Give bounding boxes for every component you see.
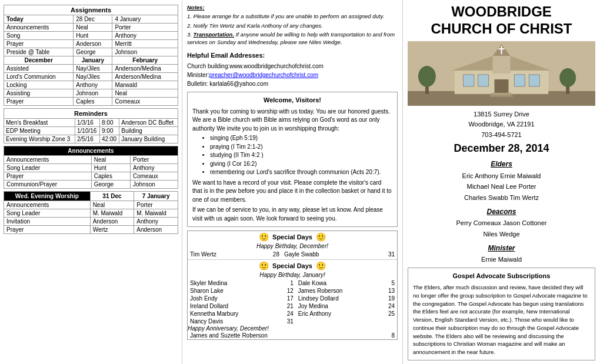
smiley-right-jan: 🙂 [316,261,326,271]
wed-worship-table: Wed. Evening Worship 31 Dec 7 January An… [4,191,178,234]
special-days-dec-header: 🙂 Special Days 🙂 [188,231,397,243]
role-song-leader: Song Leader [4,164,92,172]
list-item: Ireland Dollard 21 Joy Medina 24 [188,302,397,310]
svg-point-16 [559,68,576,87]
special-days-dec-label: Special Days [272,233,312,241]
reminder-mens-breakfast: Men's Breakfast [4,119,75,127]
anniversary-dec-label: Happy Anniversary, December! [188,325,269,332]
role-prayer: Prayer [4,40,74,48]
deacons-title: Deacons [408,206,595,218]
elders-row1: Eric Anthony Ernie Maiwald [408,171,595,182]
svg-rect-12 [529,75,539,86]
section-feb: February [112,56,178,65]
svg-rect-4 [493,56,511,74]
special-days-jan-label: Special Days [272,262,312,269]
minister-name: Ernie Maiwald [408,254,595,265]
gospel-title: Gospel Advocate Subscriptions [413,272,590,281]
smiley-right-dec: 🙂 [316,232,326,242]
section-dec: December [4,56,74,65]
sunday-worship-table: Announcements Announcements Neal Porter … [4,146,178,189]
role-announcements: Announcements [4,24,74,32]
church-building-email: Church building:www.woodbridgechurchofch… [187,62,398,71]
church-image [408,41,595,106]
reminders-title: Reminders [4,109,178,119]
minister-email-line: Minister:preacher@woodbridgechurchofchri… [187,71,398,79]
middle-panel: Notes: 1. Please arrange for a substitut… [182,0,403,364]
welcome-text-2: We want to have a record of your visit. … [192,179,392,205]
role-prayer3: Prayer [4,172,92,181]
role-communion-prayer: Communion/Prayer [4,181,92,189]
notes-section: Notes: 1. Please arrange for a substitut… [187,4,398,47]
church-header: WOODBRIDGE CHURCH OF CHRIST [408,4,595,38]
role-assisting: Assisting [4,89,74,98]
phone: 703-494-5721 [408,130,595,141]
role-preside: Preside @ Table [4,48,74,56]
elders-title: Elders [408,158,595,170]
note-1: 1. Please arrange for a substitute if yo… [187,12,398,20]
today-date1: 28 Dec [74,15,112,24]
role-prayer2: Prayer [4,98,74,106]
special-days-jan-header: 🙂 Special Days 🙂 [188,259,397,272]
svg-point-14 [418,66,436,87]
announcements-header: Announcements [4,146,178,156]
bullet-studying: studying (II Tim 4:2 ) [210,151,392,160]
deacons-row2: Niles Wedge [408,229,595,240]
smiley-left-dec: 🙂 [259,232,269,242]
right-panel: WOODBRIDGE CHURCH OF CHRIST [403,0,600,364]
list-item: Josh Endy 17 Lindsey Dollard 19 [188,295,397,302]
role-locking: Locking [4,81,74,89]
gospel-box: Gospel Advocate Subscriptions The Elders… [408,268,595,360]
birthday-dec-label: Happy Birthday, December! [188,243,397,249]
birthday-jan-label: Happy Birthday, January! [188,272,397,278]
role-assisted: Assisted [4,65,74,73]
address-line2: Woodbridge, VA 22191 [408,119,595,130]
role-communion: Lord's Communion [4,73,74,81]
svg-rect-8 [495,79,509,94]
smiley-left-jan: 🙂 [259,261,269,271]
welcome-text-3: If we can be of service to you, in any w… [192,206,392,223]
svg-rect-17 [492,92,512,95]
email-title: Helpful Email Addresses: [187,51,398,61]
bullet-giving: giving (I Cor 16:2) [210,160,392,169]
svg-rect-18 [490,95,514,96]
bulletin-email-line: Bulletin: karlala66@yahoo.com [187,79,398,88]
wed-header: Wed. Evening Worship [4,192,91,201]
email-section: Helpful Email Addresses: Church building… [187,51,398,88]
reminders-section: Reminders Men's Breakfast 1/3/16 8:00 An… [4,108,178,143]
section-jan: January [74,56,112,65]
list-item: Sharon Lake 12 James Roberson 13 [188,287,397,295]
svg-rect-10 [478,75,489,86]
staff-section: Elders Eric Anthony Ernie Maiwald Michae… [408,158,595,265]
welcome-header: Welcome, Visitors! [192,96,392,105]
assignments-table: Assignments Today 28 Dec 4 January Annou… [4,5,178,106]
today-date2: 4 January [112,15,178,24]
minister-title: Minister [408,242,595,254]
birthday-dec-row: Tim Wertz 28 Gayle Swabb 31 [188,251,397,258]
bullet-praying: praying (I Tim 2:1-2) [210,143,392,152]
svg-rect-11 [514,75,525,86]
church-address: 13815 Surrey Drive Woodbridge, VA 22191 … [408,109,595,141]
reminder-evening-worship: Evening Worship Zone 3 [4,135,75,143]
reminders-table: Reminders Men's Breakfast 1/3/16 8:00 An… [4,108,178,143]
list-item: Kennetha Marbury 24 Eric Anthony 25 [188,310,397,318]
list-item: Skyler Medina 1 Dale Kowa 5 [188,279,397,287]
role-ann2: Announcements [4,156,92,164]
notes-title: Notes: [187,4,398,11]
assignments-title: Assignments [4,5,178,15]
church-name-line1: WOODBRIDGE CHURCH OF CHRIST [408,4,595,38]
elders-row2: Michael Neal Lee Porter [408,181,595,192]
list-item: Nancy Davis 31 [188,318,397,325]
welcome-text-1: Thank you for coming to worship with us … [192,108,392,133]
birthday-jan-table: Skyler Medina 1 Dale Kowa 5 Sharon Lake … [188,279,397,325]
role-song: Song [4,32,74,40]
note-3: 3. Transportation. If anyone would be wi… [187,31,398,46]
gospel-text: The Elders, after much discussion and re… [413,283,590,356]
birthday-dec-table: Tim Wertz 28 Gayle Swabb 31 [188,251,397,258]
svg-rect-9 [464,75,474,86]
bullet-singing: singing (Eph 5:19) [210,134,392,143]
deacons-row1: Perry Comeaux Jason Cottoner [408,218,595,229]
bullet-remembering: remembering our Lord's sacrifice through… [210,168,392,177]
role-today: Today [4,15,74,24]
address-line1: 13815 Surrey Drive [408,109,595,120]
church-date: December 28, 2014 [408,142,595,155]
